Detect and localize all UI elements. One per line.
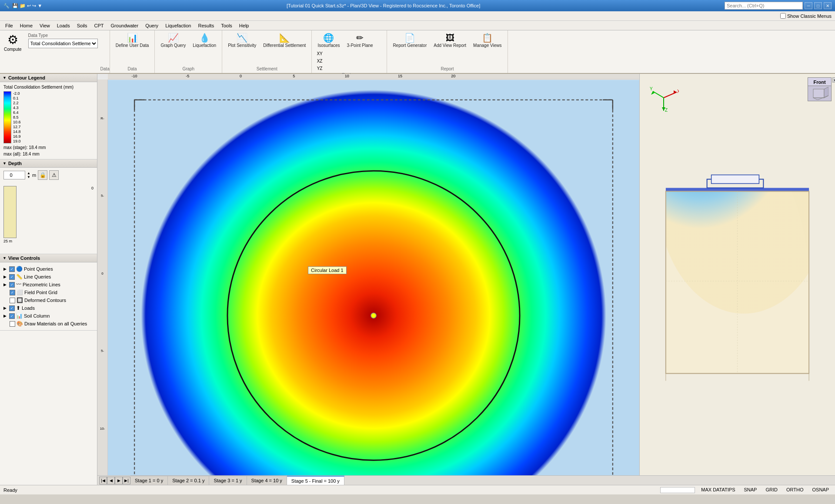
stage-nav-last[interactable]: ▶| bbox=[123, 477, 130, 484]
stage-tab-2[interactable]: Stage 2 = 0.1 y bbox=[168, 476, 209, 485]
quick-access-dropdown[interactable]: ▼ bbox=[37, 3, 42, 8]
data-type-container: Data Type Total Consolidation Settlement bbox=[27, 30, 100, 73]
menu-liquefaction[interactable]: Liquefaction bbox=[162, 22, 194, 29]
max-datatips-button[interactable]: MAX DATATIPS bbox=[698, 487, 738, 493]
snap-button[interactable]: SNAP bbox=[741, 487, 759, 493]
restore-button[interactable]: □ bbox=[814, 2, 822, 9]
menu-results[interactable]: Results bbox=[194, 22, 217, 29]
show-classic-menus-label[interactable]: Show Classic Menus bbox=[780, 13, 832, 19]
field-point-grid-checkbox[interactable]: ✓ bbox=[10, 290, 15, 295]
isosurfaces-button[interactable]: 🌐 Isosurfaces bbox=[314, 32, 343, 50]
search-input[interactable] bbox=[725, 2, 803, 10]
svg-rect-13 bbox=[813, 89, 824, 98]
menu-query[interactable]: Query bbox=[142, 22, 162, 29]
draw-materials-checkbox[interactable] bbox=[10, 321, 15, 327]
show-classic-menus-text: Show Classic Menus bbox=[787, 13, 832, 19]
data-type-dropdown[interactable]: Total Consolidation Settlement bbox=[28, 39, 98, 48]
left-panel: ▼ Contour Legend Total Consolidation Set… bbox=[0, 74, 97, 485]
view-cube-body[interactable] bbox=[808, 86, 832, 101]
quick-access-save[interactable]: 💾 bbox=[12, 3, 18, 8]
depth-warn-button[interactable]: ⚠ bbox=[49, 170, 59, 180]
close-button[interactable]: ✕ bbox=[824, 2, 832, 9]
3point-plane-button[interactable]: ✏ 3-Point Plane bbox=[344, 32, 376, 50]
depth-value-input[interactable] bbox=[3, 171, 25, 179]
plot-sensitivity-button[interactable]: 📉 Plot Sensitivity bbox=[225, 32, 259, 50]
graph-query-button[interactable]: 📈 Graph Query bbox=[157, 32, 189, 50]
search-box[interactable] bbox=[725, 2, 803, 10]
piezometric-checkbox[interactable]: ✓ bbox=[9, 282, 15, 288]
define-user-data-button[interactable]: 📊 Define User Data bbox=[113, 32, 152, 50]
menu-soils[interactable]: Soils bbox=[73, 22, 91, 29]
stage-tab-3[interactable]: Stage 3 = 1 y bbox=[209, 476, 247, 485]
line-queries-checkbox[interactable]: ✓ bbox=[9, 274, 15, 280]
quick-access-undo[interactable]: ↩ bbox=[27, 3, 31, 8]
minimize-button[interactable]: ─ bbox=[805, 2, 812, 9]
view-cube-close[interactable]: ✕ bbox=[832, 77, 835, 83]
ruler-left-0: 0 bbox=[101, 272, 103, 275]
yz-button[interactable]: YZ bbox=[314, 65, 324, 72]
add-view-report-button[interactable]: 🖼 Add View Report bbox=[431, 32, 469, 50]
contour-legend-header[interactable]: ▼ Contour Legend bbox=[0, 74, 97, 82]
depth-down-arrow[interactable]: ▼ bbox=[27, 175, 30, 179]
liquefaction-button[interactable]: 💧 Liquefaction bbox=[190, 32, 219, 50]
title-icons: 💾 📁 ↩ ↪ ▼ bbox=[12, 3, 42, 9]
loads-expander[interactable]: ▶ bbox=[3, 306, 8, 310]
isosurfaces-icon: 🌐 bbox=[323, 33, 334, 42]
menu-home[interactable]: Home bbox=[17, 22, 36, 29]
right-3d-view[interactable]: Front ✕ bbox=[639, 74, 835, 475]
stage-nav-next[interactable]: ▶ bbox=[115, 477, 123, 484]
stage-tab-5[interactable]: Stage 5 - Final = 100 y bbox=[287, 476, 344, 485]
menu-view[interactable]: View bbox=[36, 22, 53, 29]
manage-views-label: Manage Views bbox=[473, 43, 501, 48]
depth-header[interactable]: ▼ Depth bbox=[0, 159, 97, 168]
menu-groundwater[interactable]: Groundwater bbox=[107, 22, 142, 29]
stage-tab-4[interactable]: Stage 4 = 10 y bbox=[247, 476, 287, 485]
deformed-contours-checkbox[interactable] bbox=[10, 298, 15, 303]
soil-column-expander[interactable]: ▶ bbox=[3, 314, 8, 318]
menu-tools[interactable]: Tools bbox=[217, 22, 236, 29]
field-point-grid-label: Field Point Grid bbox=[24, 290, 57, 295]
xz-button[interactable]: XZ bbox=[314, 58, 324, 64]
status-ready: Ready bbox=[3, 487, 17, 493]
quick-access-redo[interactable]: ↪ bbox=[32, 3, 36, 8]
view-cube-front[interactable]: Front bbox=[808, 77, 832, 86]
loads-checkbox[interactable]: ✓ bbox=[9, 305, 15, 311]
quick-access-open[interactable]: 📁 bbox=[20, 3, 26, 8]
data-group-label: Data bbox=[100, 66, 110, 73]
view-controls-header[interactable]: ▼ View Controls bbox=[0, 254, 97, 262]
grid-button[interactable]: GRID bbox=[763, 487, 780, 493]
depth-lock-button[interactable]: 🔒 bbox=[38, 170, 47, 180]
menu-help[interactable]: Help bbox=[236, 22, 253, 29]
differential-settlement-button[interactable]: 📐 Differential Settlement bbox=[260, 32, 309, 50]
data-type-select[interactable]: Total Consolidation Settlement bbox=[28, 39, 98, 48]
point-queries-expander[interactable]: ▶ bbox=[3, 267, 8, 271]
piezometric-expander[interactable]: ▶ bbox=[3, 282, 8, 287]
view-cube-container[interactable]: Front ✕ bbox=[808, 77, 832, 101]
legend-val-10: 19.0 bbox=[13, 139, 21, 143]
menu-cpt[interactable]: CPT bbox=[91, 22, 107, 29]
plan-view-canvas[interactable]: Circular Load 1 bbox=[108, 80, 639, 475]
axis-svg: Y X Z bbox=[648, 83, 679, 113]
depth-up-arrow[interactable]: ▲ bbox=[27, 171, 30, 175]
stage-tab-1[interactable]: Stage 1 = 0 y bbox=[130, 476, 168, 485]
ribbon-contour-group: 🌐 Isosurfaces ✏ 3-Point Plane XY XZ YZ C… bbox=[312, 30, 387, 73]
line-queries-expander[interactable]: ▶ bbox=[3, 275, 8, 279]
tree-item-draw-materials: 🎨 Draw Materials on all Queries bbox=[3, 320, 94, 328]
menu-file[interactable]: File bbox=[2, 22, 17, 29]
stage-nav-first[interactable]: |◀ bbox=[99, 477, 107, 484]
compute-button[interactable]: ⚙ Compute bbox=[0, 30, 26, 73]
point-queries-checkbox[interactable]: ✓ bbox=[9, 266, 15, 272]
soil-column-checkbox[interactable]: ✓ bbox=[9, 313, 15, 319]
menu-loads[interactable]: Loads bbox=[53, 22, 73, 29]
report-generator-button[interactable]: 📄 Report Generator bbox=[390, 32, 430, 50]
depth-spinner[interactable]: ▲ ▼ bbox=[27, 171, 30, 179]
xy-button[interactable]: XY bbox=[314, 50, 324, 57]
center-viewport[interactable]: -10 -5 0 5 10 15 20 R- 5- 0 5- bbox=[97, 74, 639, 475]
manage-views-button[interactable]: 📋 Manage Views bbox=[470, 32, 504, 50]
plot-sensitivity-label: Plot Sensitivity bbox=[228, 43, 256, 48]
status-scrollbar[interactable] bbox=[660, 487, 695, 493]
osnap-button[interactable]: OSNAP bbox=[809, 487, 832, 493]
stage-nav-prev[interactable]: ◀ bbox=[107, 477, 115, 484]
show-classic-menus-checkbox[interactable] bbox=[780, 13, 786, 19]
ortho-button[interactable]: ORTHO bbox=[784, 487, 806, 493]
